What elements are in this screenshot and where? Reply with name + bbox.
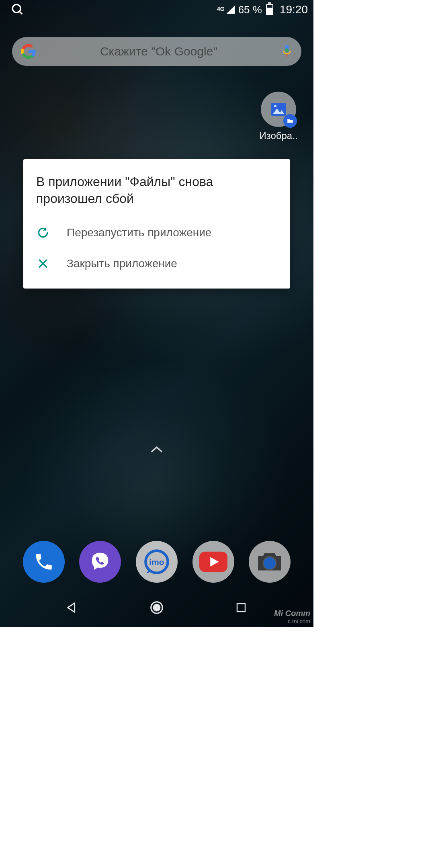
viber-app[interactable] bbox=[79, 541, 121, 583]
shortcut-label: Изобра.. bbox=[259, 130, 297, 141]
youtube-app[interactable] bbox=[192, 541, 234, 583]
camera-icon bbox=[255, 550, 284, 574]
svg-rect-3 bbox=[285, 49, 289, 52]
close-app-button[interactable]: Закрыть приложение bbox=[36, 248, 277, 279]
restart-label: Перезапустить приложение bbox=[67, 225, 211, 240]
battery-icon bbox=[266, 4, 273, 15]
svg-point-7 bbox=[274, 105, 276, 107]
svg-line-1 bbox=[19, 11, 22, 14]
watermark-line1: Mi Comm bbox=[274, 609, 310, 618]
watermark: Mi Comm c.mi.com bbox=[274, 609, 310, 624]
close-label: Закрыть приложение bbox=[67, 256, 177, 271]
folder-badge-icon bbox=[283, 114, 297, 128]
viber-icon bbox=[88, 550, 112, 574]
search-placeholder: Скажите "Ok Google" bbox=[36, 45, 281, 58]
recents-button[interactable] bbox=[229, 596, 253, 620]
battery-percent: 65 % bbox=[238, 4, 262, 16]
clock: 19:20 bbox=[280, 3, 308, 16]
svg-marker-16 bbox=[68, 603, 75, 612]
dialog-title: В приложении "Файлы" снова произошел сбо… bbox=[36, 174, 277, 207]
close-icon bbox=[36, 257, 50, 270]
crash-dialog: В приложении "Файлы" снова произошел сбо… bbox=[23, 159, 290, 289]
svg-text:imo: imo bbox=[149, 557, 164, 567]
svg-point-18 bbox=[153, 604, 161, 612]
google-search-bar[interactable]: Скажите "Ok Google" bbox=[12, 37, 301, 66]
home-button[interactable] bbox=[145, 596, 169, 620]
back-button[interactable] bbox=[60, 596, 84, 620]
cellular-signal-icon: 4G bbox=[217, 5, 236, 14]
gallery-folder-shortcut[interactable]: Изобра.. bbox=[257, 92, 300, 141]
svg-point-0 bbox=[12, 4, 20, 12]
mic-icon[interactable] bbox=[281, 44, 293, 59]
youtube-icon bbox=[199, 551, 227, 572]
svg-rect-19 bbox=[237, 604, 245, 612]
phone-icon bbox=[33, 551, 54, 572]
restart-app-button[interactable]: Перезапустить приложение bbox=[36, 217, 277, 248]
google-logo-icon bbox=[21, 44, 36, 59]
system-nav-bar bbox=[0, 588, 313, 627]
imo-app[interactable]: imo bbox=[136, 541, 178, 583]
home-screen: 4G 65 % 19:20 Скажите "Ok Google" bbox=[0, 0, 313, 627]
watermark-line2: c.mi.com bbox=[274, 618, 310, 624]
dock: imo bbox=[0, 541, 313, 583]
phone-app[interactable] bbox=[23, 541, 65, 583]
search-icon[interactable] bbox=[6, 0, 30, 22]
network-type-label: 4G bbox=[217, 6, 225, 12]
imo-icon: imo bbox=[141, 546, 172, 577]
app-drawer-handle-icon[interactable] bbox=[149, 445, 164, 456]
status-bar: 4G 65 % 19:20 bbox=[0, 0, 313, 19]
camera-app[interactable] bbox=[249, 541, 291, 583]
restart-icon bbox=[36, 226, 50, 240]
